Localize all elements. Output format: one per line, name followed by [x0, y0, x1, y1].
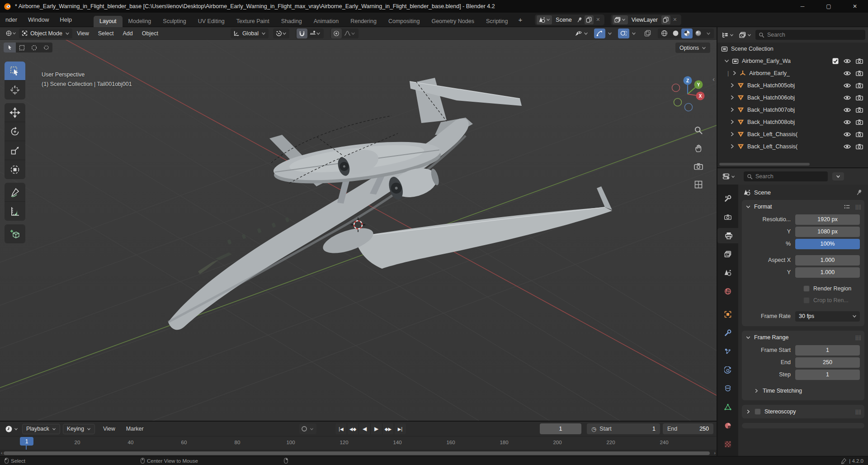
tab-view-layer[interactable] [719, 247, 737, 262]
proportional-edit-toggle[interactable] [331, 28, 342, 38]
playhead[interactable]: 1 [20, 437, 33, 446]
frame-end-box[interactable]: End 250 [663, 423, 713, 434]
shading-rendered-button[interactable] [693, 28, 704, 38]
navigation-gizmo[interactable]: Z Y X [669, 74, 707, 112]
scene-name[interactable]: Scene [552, 17, 575, 23]
pin-icon[interactable] [856, 189, 863, 195]
keying-menu[interactable]: Keying [63, 424, 95, 434]
workspace-tab[interactable]: UV Editing [192, 16, 231, 27]
maximize-button[interactable]: ▢ [816, 0, 842, 13]
workspace-tab[interactable]: Scripting [480, 16, 514, 27]
hide-eye-icon[interactable] [844, 71, 851, 76]
scale-tool[interactable] [5, 141, 25, 160]
tab-world[interactable] [719, 284, 737, 299]
timeline-view-menu[interactable]: View [98, 426, 121, 432]
tab-object-data[interactable] [719, 399, 737, 415]
panel-grip[interactable]: ⣿⣿ [855, 204, 861, 209]
workspace-tab[interactable]: Texture Paint [231, 16, 275, 27]
frame-range-panel-title[interactable]: Frame Range [754, 334, 788, 341]
workspace-tab[interactable]: Animation [308, 16, 345, 27]
shading-options-dropdown[interactable] [704, 28, 713, 38]
render-region-checkbox[interactable] [803, 285, 810, 292]
scene-browse-button[interactable] [537, 15, 552, 24]
resolution-percent-field[interactable]: 100% [795, 239, 860, 249]
tab-physics[interactable] [719, 362, 737, 378]
transform-tool[interactable] [5, 160, 25, 179]
aspect-y-field[interactable]: 1.000 [795, 267, 860, 278]
hide-eye-icon[interactable] [844, 107, 851, 113]
shading-material-button[interactable] [681, 28, 693, 38]
auto-key-toggle[interactable] [301, 426, 307, 432]
workspace-tab[interactable]: Shading [275, 16, 308, 27]
close-button[interactable]: ✕ [842, 0, 868, 13]
snap-toggle[interactable] [297, 28, 307, 38]
hide-eye-icon[interactable] [844, 95, 851, 100]
chevron-right-icon[interactable] [729, 95, 735, 100]
toggle-perspective-button[interactable] [694, 180, 703, 189]
disable-render-camera-icon[interactable] [856, 119, 863, 125]
hide-eye-icon[interactable] [844, 83, 851, 88]
outliner-item-collection[interactable]: Airborne_Early_Wa [717, 55, 868, 67]
outliner-item-mesh[interactable]: Back_Left_Chassis( [717, 140, 868, 152]
hide-eye-icon[interactable] [844, 58, 851, 64]
properties-editor-type-button[interactable] [721, 172, 736, 181]
jump-to-end-button[interactable]: ▶| [394, 423, 406, 434]
resolution-y-field[interactable]: 1080 px [795, 227, 860, 237]
crop-to-region-checkbox[interactable] [803, 297, 810, 304]
tab-particles[interactable] [719, 344, 737, 359]
hide-eye-icon[interactable] [844, 132, 851, 137]
zoom-view-button[interactable] [694, 126, 703, 135]
new-scene-button[interactable] [585, 15, 594, 24]
auto-key-options-dropdown[interactable] [310, 427, 314, 431]
pan-view-button[interactable] [694, 144, 703, 153]
chevron-right-icon[interactable] [729, 119, 735, 125]
camera-view-button[interactable] [694, 162, 703, 171]
cursor-tool[interactable] [5, 81, 25, 100]
playback-menu[interactable]: Playback [22, 424, 60, 434]
chevron-right-icon[interactable] [745, 409, 751, 414]
hide-eye-icon[interactable] [844, 119, 851, 125]
collection-checkbox[interactable] [832, 58, 839, 64]
frame-rate-dropdown[interactable]: 30 fps [795, 311, 860, 322]
view-layer-name[interactable]: ViewLayer [628, 17, 661, 23]
panel-grip[interactable]: ⣿⣿ [855, 409, 861, 414]
aspect-x-field[interactable]: 1.000 [795, 255, 860, 266]
panel-grip[interactable]: ⣿⣿ [855, 335, 861, 340]
new-view-layer-button[interactable] [661, 15, 670, 24]
view-layer-browse-button[interactable] [613, 15, 628, 24]
disable-render-camera-icon[interactable] [856, 58, 863, 64]
frame-step-field[interactable]: 1 [795, 370, 860, 380]
frame-start-box[interactable]: ◷ Start 1 [587, 423, 660, 434]
outliner-item-mesh[interactable]: Back_Left_Chassis( [717, 128, 868, 140]
chevron-right-icon[interactable] [729, 143, 735, 149]
viewport-3d[interactable]: Object Mode View Select Add Object Globa… [0, 27, 717, 421]
box-select-tool[interactable] [5, 62, 25, 81]
gizmo-axis-z-neg[interactable] [685, 104, 693, 111]
menu-select[interactable]: Select [94, 30, 118, 37]
measure-tool[interactable] [5, 202, 25, 221]
play-button[interactable]: ▶ [371, 423, 382, 434]
timeline-ruler[interactable]: 20406080100120140160180200220240 1 [0, 436, 717, 450]
snap-options-dropdown[interactable] [307, 28, 323, 38]
disable-render-camera-icon[interactable] [856, 132, 863, 137]
chevron-down-icon[interactable] [724, 58, 730, 64]
outliner-item-mesh[interactable]: Back_Hatch006obj [717, 91, 868, 104]
stereoscopy-panel-title[interactable]: Stereoscopy [764, 408, 796, 415]
select-mode-lasso[interactable] [40, 43, 52, 52]
outliner-search-input[interactable]: Search [755, 30, 865, 40]
shading-solid-button[interactable] [670, 28, 681, 38]
presets-list-icon[interactable] [844, 204, 850, 209]
chevron-down-icon[interactable] [745, 335, 751, 340]
tab-modifiers[interactable] [719, 325, 737, 341]
timeline-scrollbar-thumb[interactable] [4, 451, 710, 455]
properties-search-input[interactable]: Search [744, 171, 828, 181]
menu-add[interactable]: Add [118, 30, 137, 37]
menu-help[interactable]: Help [54, 13, 77, 27]
gizmos-options-dropdown[interactable] [605, 28, 614, 38]
transform-orientation-dropdown[interactable]: Global [231, 28, 269, 38]
add-cube-tool[interactable] [5, 224, 25, 243]
options-dropdown[interactable]: Options [675, 43, 710, 53]
menu-render[interactable]: nder [0, 13, 23, 27]
current-frame-field[interactable]: 1 [540, 423, 581, 434]
show-object-types-dropdown[interactable] [572, 28, 590, 38]
